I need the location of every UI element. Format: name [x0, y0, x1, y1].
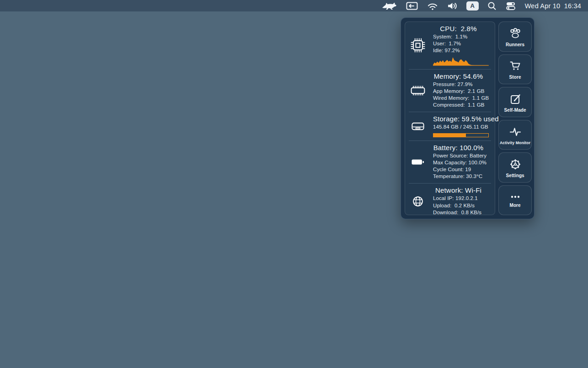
- storage-drive-icon: [409, 118, 427, 135]
- input-source-badge[interactable]: A: [466, 0, 479, 11]
- cpu-usage-sparkline: [433, 56, 489, 66]
- activity-monitor-button[interactable]: Activity Monitor: [498, 120, 532, 150]
- cpu-section: CPU: 2.8% System: 1.1% User: 1.7% Idle: …: [409, 22, 491, 69]
- compose-icon: [508, 92, 523, 106]
- panel-button-column: Runners Store Self-Made: [498, 22, 532, 215]
- system-stats-card: CPU: 2.8% System: 1.1% User: 1.7% Idle: …: [405, 22, 495, 215]
- memory-compressed: Compressed: 1.1 GB: [433, 102, 491, 108]
- storage-amount: 145.84 GB / 245.11 GB: [433, 124, 491, 130]
- cpu-chip-icon: [409, 37, 427, 54]
- cpu-idle: Idle: 97.2%: [433, 47, 491, 54]
- self-made-button[interactable]: Self-Made: [498, 87, 532, 117]
- network-local-ip: Local IP: 192.0.2.1: [433, 195, 491, 202]
- cart-icon: [508, 59, 523, 73]
- activity-monitor-label: Activity Monitor: [500, 141, 530, 145]
- runcat-system-panel: CPU: 2.8% System: 1.1% User: 1.7% Idle: …: [401, 17, 535, 219]
- battery-temperature: Temperature: 30.3°C: [433, 173, 491, 180]
- network-globe-icon: [409, 193, 427, 210]
- volume-icon[interactable]: [447, 0, 458, 11]
- settings-label: Settings: [506, 173, 524, 178]
- control-center-icon[interactable]: [505, 0, 516, 11]
- battery-icon: [409, 154, 427, 170]
- storage-progress-fill: [433, 134, 466, 137]
- search-icon[interactable]: [487, 0, 497, 11]
- cpu-title: CPU: 2.8%: [433, 25, 491, 32]
- storage-section: Storage: 59.5% used 145.84 GB / 245.11 G…: [409, 112, 491, 140]
- battery-power-source: Power Source: Battery: [433, 152, 491, 159]
- more-label: More: [509, 203, 520, 208]
- menu-bar: A Wed Apr 10 16:34: [0, 0, 588, 11]
- battery-section: Battery: 100.0% Power Source: Battery Ma…: [409, 141, 491, 184]
- memory-section: Memory: 54.6% Pressure: 27.9% App Memory…: [409, 69, 491, 112]
- pulse-icon: [508, 124, 523, 139]
- screen-mirroring-icon[interactable]: [406, 0, 418, 11]
- network-upload: Upload: 0.2 KB/s: [433, 202, 491, 209]
- runcat-icon[interactable]: [382, 0, 397, 11]
- network-section: Network: Wi-Fi Local IP: 192.0.2.1 Uploa…: [409, 183, 491, 219]
- ellipsis-icon: [508, 192, 523, 201]
- battery-cycle-count: Cycle Count: 19: [433, 166, 491, 173]
- gear-icon: [508, 157, 523, 172]
- memory-title: Memory: 54.6%: [433, 72, 491, 80]
- memory-ram-icon: [409, 82, 427, 99]
- settings-button[interactable]: Settings: [498, 152, 532, 183]
- storage-title: Storage: 59.5% used: [433, 115, 491, 123]
- cpu-user: User: 1.7%: [433, 40, 491, 47]
- memory-app: App Memory: 2.1 GB: [433, 88, 491, 95]
- cpu-system: System: 1.1%: [433, 33, 491, 40]
- menu-bar-clock[interactable]: Wed Apr 10 16:34: [525, 0, 581, 11]
- network-title: Network: Wi-Fi: [433, 186, 491, 194]
- paw-icon: [508, 26, 523, 41]
- store-button[interactable]: Store: [498, 54, 532, 85]
- network-download: Download: 0.8 KB/s: [433, 209, 491, 216]
- wifi-icon[interactable]: [427, 0, 438, 11]
- store-label: Store: [509, 75, 521, 80]
- memory-pressure: Pressure: 27.9%: [433, 81, 491, 88]
- battery-title: Battery: 100.0%: [433, 144, 491, 152]
- runners-label: Runners: [506, 42, 524, 47]
- runners-button[interactable]: Runners: [498, 22, 532, 52]
- input-source-label: A: [466, 1, 479, 11]
- more-button[interactable]: More: [498, 185, 532, 216]
- self-made-label: Self-Made: [504, 108, 526, 113]
- storage-progress-bar: [433, 133, 489, 137]
- battery-max-capacity: Max Capacity: 100.0%: [433, 159, 491, 166]
- memory-wired: Wired Memory: 1.1 GB: [433, 95, 491, 102]
